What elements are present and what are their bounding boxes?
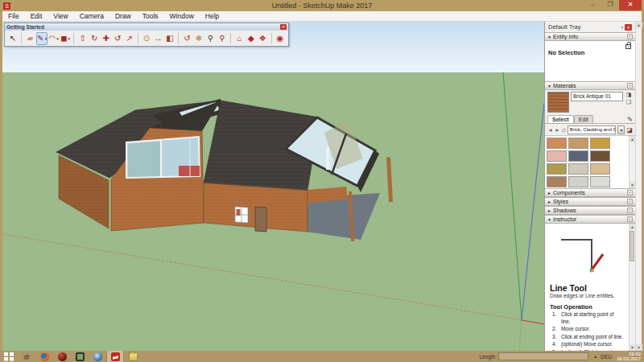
material-swatch[interactable] — [568, 176, 588, 187]
dropdown-arrow-icon[interactable]: ▾ — [45, 36, 47, 41]
material-swatch[interactable] — [547, 138, 567, 149]
zoom-tool[interactable]: ⚲ — [204, 32, 216, 45]
app-red-orb-icon[interactable] — [53, 351, 71, 362]
menu-item[interactable]: Camera — [74, 11, 109, 22]
panel-options-icon[interactable]: ▪ — [627, 216, 633, 222]
keyboard-language[interactable]: DEU — [601, 354, 612, 360]
zoom-extents-tool[interactable]: ⚲ — [217, 32, 228, 45]
forward-arrow-icon[interactable]: ► — [555, 127, 560, 133]
clock[interactable]: 19:42 18.03.2017 — [617, 352, 641, 362]
explorer-icon[interactable] — [124, 351, 142, 362]
firefox-icon[interactable] — [35, 351, 53, 362]
menu-item[interactable]: File — [2, 11, 25, 22]
material-swatch[interactable] — [568, 138, 588, 149]
scale-tool[interactable]: ↗ — [123, 32, 134, 45]
materials-header[interactable]: ▼ Materials ▪ — [545, 81, 635, 90]
tray-search-icon[interactable]: @ — [18, 351, 35, 362]
material-swatch[interactable] — [568, 150, 588, 162]
entity-info-header[interactable]: ▼ Entity Info ▪ — [545, 32, 635, 41]
instructor-scrollbar[interactable]: ▲ ▼ — [629, 224, 635, 351]
select-tool[interactable]: ↖ — [7, 32, 19, 45]
tab-edit[interactable]: Edit — [574, 115, 593, 123]
eyedropper-icon[interactable]: ✎ — [627, 116, 633, 123]
model-canvas[interactable]: Getting Started ✕ ↖▰✎▾◠▾◼▾⇧↻✚↺↗⊙↔◧↺✱⚲⚲⌂◆… — [2, 22, 544, 351]
panel-options-icon[interactable]: ▪ — [627, 83, 633, 88]
pushpull-tool[interactable]: ⇧ — [76, 32, 88, 45]
tray-close-icon[interactable]: ✕ — [625, 24, 632, 31]
close-button[interactable]: ✕ — [619, 0, 642, 10]
sketchup-icon[interactable] — [106, 351, 124, 362]
scroll-down-icon[interactable]: ▼ — [630, 182, 636, 188]
components-header[interactable]: ► Components ▪ — [545, 188, 635, 197]
tray-scrollbar[interactable]: ▲ ▼ — [635, 22, 642, 351]
scroll-down-icon[interactable]: ▼ — [636, 344, 642, 351]
layout-tool[interactable]: ◉ — [275, 32, 286, 45]
move-tool[interactable]: ✚ — [100, 32, 111, 45]
menu-item[interactable]: Tools — [137, 11, 164, 22]
paint-bucket-tool[interactable]: ◧ — [164, 32, 175, 45]
shadows-header[interactable]: ► Shadows ▪ — [545, 206, 635, 215]
scroll-up-icon[interactable]: ▲ — [630, 136, 636, 142]
scroll-down-icon[interactable]: ▼ — [630, 344, 636, 351]
home-icon[interactable]: ⌂ — [562, 126, 566, 134]
tape-measure-tool[interactable]: ⊙ — [141, 32, 152, 45]
lock-icon[interactable] — [625, 44, 631, 49]
material-swatch[interactable] — [547, 163, 567, 175]
start-button[interactable] — [0, 351, 18, 362]
menu-item[interactable]: Window — [164, 11, 200, 22]
shapes-tool[interactable]: ◼▾ — [60, 32, 71, 45]
pan-tool[interactable]: ✱ — [193, 32, 204, 45]
measurements-input[interactable] — [498, 352, 588, 360]
text-tool[interactable]: ↔ — [152, 32, 163, 45]
menu-item[interactable]: Draw — [109, 11, 137, 22]
scale-tool-icon: ↗ — [126, 34, 132, 43]
sample-paint-icon[interactable]: ◪ — [626, 126, 633, 134]
material-swatch[interactable] — [547, 176, 567, 187]
material-swatch[interactable] — [590, 138, 610, 149]
scroll-up-icon[interactable]: ▲ — [630, 224, 636, 230]
panel-options-icon[interactable]: ▪ — [627, 199, 633, 204]
panel-options-icon[interactable]: ▪ — [627, 34, 633, 39]
pin-icon[interactable]: ▪ — [621, 25, 623, 30]
scroll-up-icon[interactable]: ▲ — [636, 22, 642, 28]
panel-options-icon[interactable]: ▪ — [627, 208, 633, 213]
material-swatch[interactable] — [568, 163, 588, 175]
material-swatch[interactable] — [590, 176, 610, 187]
menu-item[interactable]: Edit — [25, 11, 48, 22]
maximize-button[interactable]: ❐ — [601, 0, 619, 10]
minimize-button[interactable]: – — [584, 0, 601, 10]
menu-item[interactable]: View — [47, 11, 73, 22]
back-arrow-icon[interactable]: ◄ — [547, 127, 553, 133]
eraser-tool[interactable]: ▰ — [24, 32, 35, 45]
dropdown-arrow-icon[interactable]: ▾ — [68, 36, 71, 41]
collection-dropdown[interactable]: Brick, Cladding and Siding — [568, 125, 617, 134]
panel-options-icon[interactable]: ▪ — [627, 190, 633, 195]
material-swatch[interactable] — [547, 150, 567, 162]
create-material-icon[interactable]: ◨ — [626, 92, 632, 98]
scroll-thumb[interactable] — [630, 231, 634, 261]
dropdown-arrow-icon[interactable]: ▼ — [617, 125, 625, 134]
secondary-pane-icon[interactable]: ❏ — [626, 99, 631, 105]
menu-item[interactable]: Help — [200, 11, 225, 22]
rotate-tool[interactable]: ↺ — [112, 32, 123, 45]
material-name-field[interactable]: Brick Antique 01 — [571, 92, 623, 101]
followme-tool[interactable]: ↻ — [89, 32, 100, 45]
warehouse-tool[interactable]: ⌂ — [233, 32, 245, 45]
orbit-tool[interactable]: ↺ — [181, 32, 192, 45]
tab-select[interactable]: Select — [547, 115, 574, 123]
material-swatch[interactable] — [590, 163, 610, 175]
dropdown-arrow-icon[interactable]: ▾ — [56, 36, 59, 41]
toolbar-close-icon[interactable]: ✕ — [280, 24, 287, 30]
tray-expand-icon[interactable]: ▲ — [593, 354, 597, 359]
material-swatch[interactable] — [590, 150, 610, 162]
thunderbird-icon[interactable] — [89, 351, 106, 362]
toolbar-separator — [230, 33, 231, 44]
gpu-z-icon[interactable] — [71, 351, 89, 362]
styles-header[interactable]: ► Styles ▪ — [545, 197, 635, 206]
instructor-header[interactable]: ▼ Instructor ▪ — [545, 215, 635, 224]
extension-warehouse-tool[interactable]: ❖ — [257, 32, 268, 45]
arc-tool[interactable]: ◠▾ — [47, 32, 59, 45]
share-model-tool[interactable]: ◆ — [246, 32, 257, 45]
line-tool[interactable]: ✎▾ — [36, 32, 48, 45]
materials-scrollbar[interactable]: ▲ ▼ — [629, 136, 635, 188]
